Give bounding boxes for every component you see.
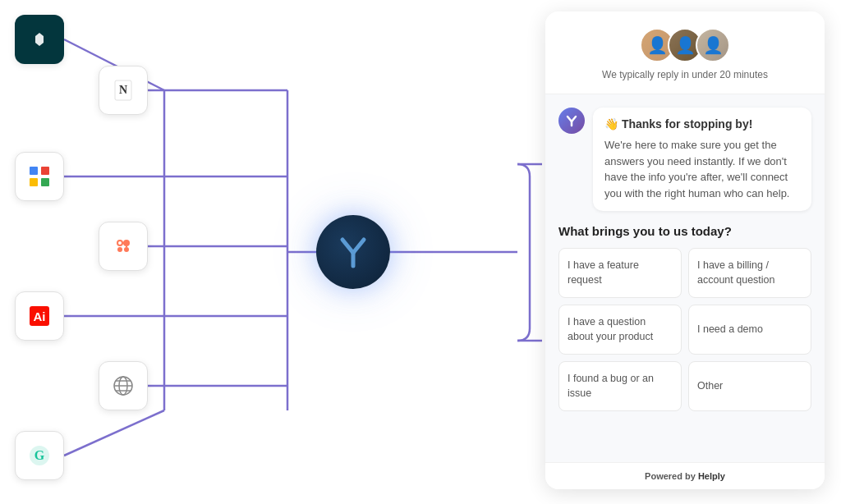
- svg-rect-23: [41, 178, 49, 186]
- question-section: What brings you to us today? I have a fe…: [558, 224, 811, 411]
- svg-point-26: [124, 247, 129, 252]
- svg-point-29: [117, 241, 122, 245]
- question-title: What brings you to us today?: [558, 224, 811, 238]
- svg-rect-22: [30, 178, 38, 186]
- chat-header: 👤 👤 👤 We typically reply in under 20 min…: [545, 11, 825, 94]
- hubspot-icon: [99, 222, 148, 271]
- options-grid: I have a feature request I have a billin…: [558, 248, 811, 411]
- bot-message: 👋 Thanks for stopping by! We're here to …: [558, 108, 811, 211]
- svg-line-8: [64, 410, 164, 456]
- message-bubble: 👋 Thanks for stopping by! We're here to …: [593, 108, 811, 211]
- option-demo[interactable]: I need a demo: [688, 305, 811, 355]
- footer-text: Powered by: [645, 471, 696, 481]
- avatar: 👤: [696, 28, 730, 62]
- svg-rect-21: [41, 167, 49, 175]
- chat-widget: 👤 👤 👤 We typically reply in under 20 min…: [545, 11, 825, 489]
- svg-text:N: N: [119, 84, 127, 96]
- website-icon: [99, 361, 148, 410]
- option-bug[interactable]: I found a bug or an issue: [558, 361, 682, 411]
- svg-line-39: [342, 240, 353, 253]
- chat-footer: Powered by Helply: [545, 462, 825, 489]
- google-icon: [15, 152, 64, 201]
- grammarly-icon: G: [15, 431, 64, 480]
- avatar-group: 👤 👤 👤: [562, 28, 808, 62]
- zendesk-icon: [15, 15, 64, 64]
- chat-body: 👋 Thanks for stopping by! We're here to …: [545, 94, 825, 462]
- svg-text:G: G: [34, 448, 45, 462]
- option-other[interactable]: Other: [688, 361, 811, 411]
- reply-time: We typically reply in under 20 minutes: [562, 69, 808, 80]
- center-logo: [316, 215, 390, 289]
- notion-icon: N: [99, 66, 148, 115]
- option-feature-request[interactable]: I have a feature request: [558, 248, 682, 298]
- option-product-question[interactable]: I have a question about your product: [558, 305, 682, 355]
- message-text: We're here to make sure you get the answ…: [604, 137, 800, 201]
- message-greeting: 👋 Thanks for stopping by!: [604, 117, 800, 131]
- svg-rect-20: [30, 167, 38, 175]
- option-billing[interactable]: I have a billing / account question: [688, 248, 811, 298]
- integration-diagram: N Ai: [0, 0, 542, 504]
- adobe-icon: Ai: [15, 291, 64, 341]
- svg-point-25: [117, 247, 122, 252]
- footer-brand: Helply: [698, 471, 725, 481]
- svg-line-40: [353, 240, 364, 253]
- bot-logo-icon: [558, 108, 585, 134]
- svg-text:Ai: Ai: [34, 309, 46, 323]
